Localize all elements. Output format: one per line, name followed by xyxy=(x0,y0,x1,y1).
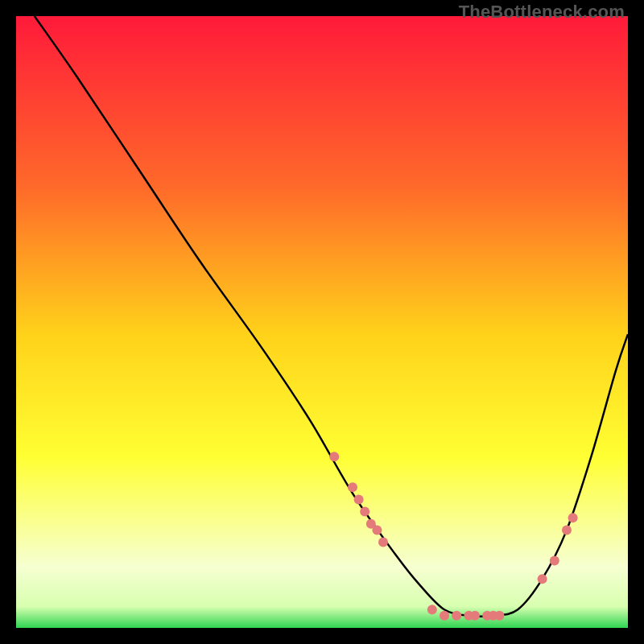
watermark-text: TheBottleneck.com xyxy=(459,2,625,23)
data-point xyxy=(360,507,369,517)
data-point xyxy=(378,538,388,547)
chart-frame xyxy=(16,16,628,628)
data-point xyxy=(538,574,547,584)
data-point xyxy=(427,605,437,614)
data-point xyxy=(562,525,572,535)
data-point xyxy=(494,611,504,621)
data-point xyxy=(354,494,364,504)
data-point xyxy=(470,611,480,621)
data-point xyxy=(568,513,578,522)
data-point xyxy=(452,611,461,621)
chart-background xyxy=(16,16,628,628)
data-point xyxy=(329,452,339,461)
data-point xyxy=(348,482,357,492)
data-point xyxy=(372,525,382,535)
chart-svg xyxy=(16,16,628,628)
data-point xyxy=(440,611,449,621)
data-point xyxy=(550,555,559,565)
